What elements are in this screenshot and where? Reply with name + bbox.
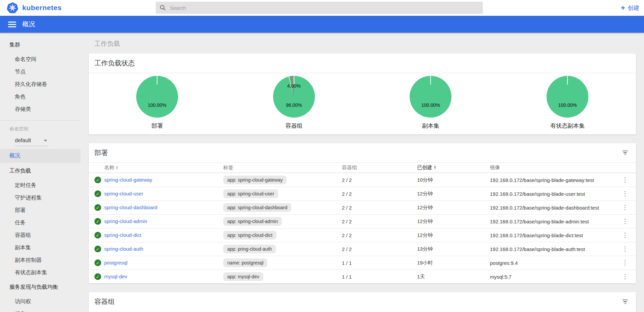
sidebar-item-容器组[interactable]: 容器组 — [0, 229, 81, 242]
filter-icon[interactable] — [622, 299, 628, 305]
sidebar-item-副本集[interactable]: 副本集 — [0, 242, 81, 254]
namespace-select[interactable]: default — [15, 136, 49, 146]
cell-created: 12分钟 — [417, 218, 490, 225]
label-chip: name: postgresql — [223, 258, 267, 267]
row-menu-icon[interactable]: ⋮ — [620, 205, 630, 210]
cell-created: 10分钟 — [417, 177, 490, 183]
row-menu-icon[interactable]: ⋮ — [620, 178, 630, 182]
status-ok-icon: ✓ — [94, 204, 101, 211]
sidebar-item-集群[interactable]: 集群 — [0, 37, 81, 53]
row-menu-icon[interactable]: ⋮ — [620, 219, 630, 224]
cell-image: postgres:9.4 — [490, 260, 620, 266]
sidebar-item-持久化存储卷[interactable]: 持久化存储卷 — [0, 78, 81, 91]
deployment-name-link[interactable]: spring-cloud-admin — [104, 218, 147, 224]
sidebar-item-副本控制器[interactable]: 副本控制器 — [0, 254, 81, 267]
cell-created: 19小时 — [417, 260, 490, 266]
table-row: ✓spring-cloud-gatewayapp: spring-cloud-g… — [89, 173, 636, 187]
deployment-name-link[interactable]: postgresql — [104, 260, 127, 266]
cell-pods: 2 / 2 — [342, 219, 417, 224]
pie-chart: 100.00% — [547, 76, 588, 118]
kubernetes-helm-icon — [7, 2, 18, 13]
label-chip: app: mysql-dev — [223, 272, 263, 281]
deployments-table: 名称▲▼标签容器组已创建▲▼镜像✓spring-cloud-gatewayapp… — [89, 162, 636, 283]
pie-chart-title: 副本集 — [422, 122, 439, 130]
search-bar[interactable] — [156, 2, 483, 14]
search-input[interactable] — [170, 5, 479, 11]
app-bar: 概况 — [0, 16, 644, 33]
deployments-title: 部署 — [94, 148, 108, 157]
sidebar-item-命名空间[interactable]: 命名空间 — [0, 53, 81, 66]
label-chip: app: spring-cloud-user — [223, 189, 278, 198]
filter-icon[interactable] — [622, 150, 628, 156]
sidebar-item-存储类[interactable]: 存储类 — [0, 103, 81, 116]
sidebar-item-角色[interactable]: 角色 — [0, 91, 81, 103]
cell-image: 192.168.0.172/base/spring-blade-dashboar… — [490, 205, 620, 211]
column-header-容器组: 容器组 — [342, 164, 417, 171]
workload-status-title: 工作负载状态 — [94, 59, 135, 68]
deployment-name-link[interactable]: spring-cloud-user — [104, 191, 143, 196]
deployments-card: 部署 名称▲▼标签容器组已创建▲▼镜像✓spring-cloud-gateway… — [89, 143, 636, 283]
page-title: 工作负载 — [89, 39, 636, 48]
workload-status-card: 工作负载状态 100.00%部署96.00%4.00%容器组100.00%副本集… — [89, 54, 636, 134]
sidebar-item-定时任务[interactable]: 定时任务 — [0, 179, 81, 192]
table-row: ✓mysql-devapp: mysql-dev1 / 11天mysql:5.7… — [89, 270, 636, 283]
row-menu-icon[interactable]: ⋮ — [620, 260, 630, 265]
column-header-已创建[interactable]: 已创建▲▼ — [417, 164, 490, 171]
pie-percentage-label: 96.00% — [286, 102, 302, 108]
cell-image: 192.168.0.172/base/spring-blade-auth:tes… — [490, 246, 620, 252]
sidebar-item-节点[interactable]: 节点 — [0, 66, 81, 78]
row-menu-icon[interactable]: ⋮ — [620, 274, 630, 279]
sidebar-item-服务发现与负载均衡[interactable]: 服务发现与负载均衡 — [0, 279, 81, 295]
column-header-标签: 标签 — [223, 164, 342, 171]
pie-chart-cell: 100.00%有状态副本集 — [499, 76, 636, 130]
status-ok-icon: ✓ — [94, 232, 101, 239]
row-menu-icon[interactable]: ⋮ — [620, 191, 630, 196]
status-ok-icon: ✓ — [94, 177, 101, 183]
column-header-label: 名称 — [104, 164, 114, 171]
cell-pods: 2 / 2 — [342, 191, 417, 197]
pods-card: 容器组 — [89, 292, 636, 312]
kubernetes-logo: kubernetes — [7, 2, 62, 13]
sidebar-item-访问权[interactable]: 访问权 — [0, 295, 81, 308]
column-header-名称[interactable]: 名称▲▼ — [104, 164, 223, 171]
label-chip: app: spring-cloud-gateway — [223, 176, 287, 184]
status-ok-icon: ✓ — [94, 190, 101, 197]
workload-status-charts: 100.00%部署96.00%4.00%容器组100.00%副本集100.00%… — [89, 73, 636, 134]
table-row: ✓spring-cloud-dictapp: spring-cloud-dict… — [89, 228, 636, 242]
create-button[interactable]: + 创建 — [621, 0, 639, 16]
row-menu-icon[interactable]: ⋮ — [620, 233, 630, 238]
pie-chart-cell: 96.00%4.00%容器组 — [226, 76, 362, 130]
sidebar-item-部署[interactable]: 部署 — [0, 204, 81, 217]
sort-arrows-icon: ▲▼ — [116, 166, 118, 170]
sidebar-item-服务[interactable]: 服务 — [0, 308, 81, 312]
deployment-name-link[interactable]: spring-cloud-gateway — [104, 177, 152, 183]
cell-pods: 2 / 2 — [342, 246, 417, 252]
pie-percentage-label: 100.00% — [421, 102, 440, 108]
plus-icon: + — [621, 4, 625, 12]
pie-chart: 100.00% — [410, 76, 451, 118]
sidebar-item-有状态副本集[interactable]: 有状态副本集 — [0, 267, 81, 279]
row-menu-icon[interactable]: ⋮ — [620, 247, 630, 251]
top-bar: kubernetes + 创建 — [0, 0, 644, 16]
table-row: ✓postgresqlname: postgresql1 / 119小时post… — [89, 256, 636, 270]
pie-chart: 96.00%4.00% — [273, 76, 315, 118]
deployment-name-link[interactable]: mysql-dev — [104, 274, 127, 279]
cell-created: 12分钟 — [417, 205, 490, 211]
deployment-name-link[interactable]: spring-cloud-auth — [104, 246, 143, 252]
sidebar-item-守护进程集[interactable]: 守护进程集 — [0, 192, 81, 204]
column-header-label: 容器组 — [342, 164, 357, 171]
deployment-name-link[interactable]: spring-cloud-dashboard — [104, 205, 157, 210]
deployment-name-link[interactable]: spring-cloud-dict — [104, 232, 141, 238]
cell-created: 12分钟 — [417, 191, 490, 197]
pie-chart-cell: 100.00%副本集 — [362, 76, 499, 130]
pie-chart-title: 部署 — [151, 122, 163, 130]
sidebar-item-任务[interactable]: 任务 — [0, 217, 81, 229]
cell-pods: 1 / 1 — [342, 260, 417, 266]
table-row: ✓spring-cloud-adminapp: spring-cloud-adm… — [89, 214, 636, 228]
table-header-row: 名称▲▼标签容器组已创建▲▼镜像 — [89, 162, 636, 173]
sidebar-item-概况[interactable]: 概况 — [0, 149, 81, 163]
sidebar-item-工作负载[interactable]: 工作负载 — [0, 163, 81, 179]
menu-icon[interactable] — [8, 20, 16, 29]
cell-image: 192.168.0.172/base/spring-blade-gateway:… — [490, 177, 620, 183]
cell-image: mysql:5.7 — [490, 274, 620, 280]
